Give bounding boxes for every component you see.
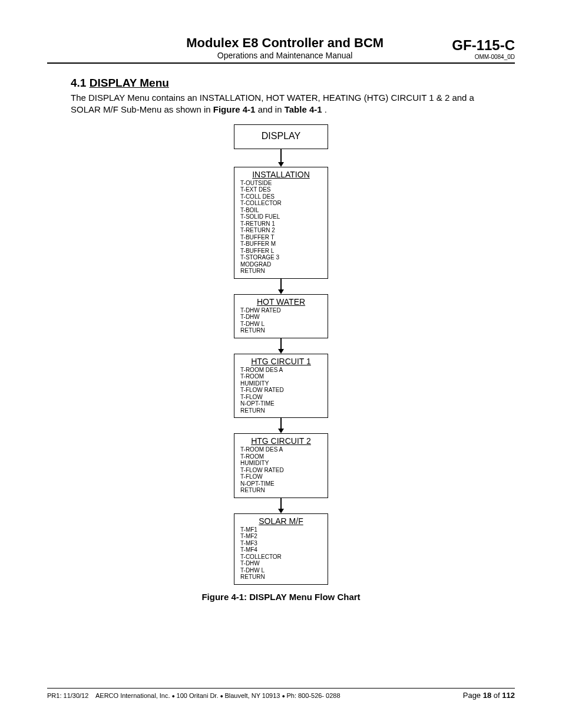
list-item: RETURN (240, 407, 322, 414)
footer-left: PR1: 11/30/12 AERCO International, Inc. … (47, 692, 340, 699)
section-heading: 4.1 DISPLAY Menu (71, 77, 515, 90)
body-text-mid: and in (258, 104, 285, 114)
list-item: T-DHW RATED (240, 307, 322, 314)
section-number: 4.1 (71, 77, 86, 89)
body-ref-2: Table 4-1 (285, 104, 322, 114)
arrow-icon (278, 279, 284, 294)
page-label: Page (463, 691, 481, 700)
bullet-icon: ● (172, 693, 177, 699)
footer-addr: 100 Oritani Dr. (177, 692, 219, 699)
section-body: The DISPLAY Menu contains an INSTALLATIO… (71, 92, 491, 116)
flow-box-items: T-MF1 T-MF2 T-MF3 T-MF4 T-COLLECTOR T-DH… (240, 526, 322, 581)
list-item: T-FLOW (240, 473, 322, 480)
list-item: T-MF1 (240, 526, 322, 533)
list-item: T-BOIL (240, 207, 322, 214)
page-total: 112 (502, 691, 515, 700)
list-item: T-BUFFER T (240, 234, 322, 241)
list-item: T-MF3 (240, 540, 322, 547)
flow-box-htg-circuit-1: HTG CIRCUIT 1 T-ROOM DES A T-ROOM HUMIDI… (234, 354, 328, 419)
page-header: Modulex E8 Controller and BCM Operations… (47, 35, 515, 64)
footer-phone: Ph: 800-526- 0288 (286, 692, 340, 699)
list-item: T-FLOW RATED (240, 387, 322, 394)
footer-pr: PR1: 11/30/12 (47, 692, 88, 699)
page-of: of (494, 691, 500, 700)
list-item: MODGRAD (240, 261, 322, 268)
list-item: N-OPT-TIME (240, 400, 322, 407)
doc-subtitle: Operations and Maintenance Manual (118, 51, 452, 60)
flow-box-hot-water: HOT WATER T-DHW RATED T-DHW T-DHW L RETU… (234, 294, 328, 338)
flowchart: DISPLAY INSTALLATION T-OUTSIDE T-EXT DES… (47, 124, 515, 602)
arrow-icon (278, 498, 284, 513)
list-item: HUMIDITY (240, 380, 322, 387)
footer-page: Page 18 of 112 (463, 691, 515, 700)
header-right: GF-115-C OMM-0084_0D (452, 37, 515, 60)
list-item: N-OPT-TIME (240, 480, 322, 487)
list-item: T-ROOM DES A (240, 367, 322, 374)
flow-box-installation: INSTALLATION T-OUTSIDE T-EXT DES T-COLL … (234, 167, 328, 279)
list-item: T-DHW L (240, 321, 322, 328)
page: Modulex E8 Controller and BCM Operations… (0, 0, 562, 728)
figure-caption: Figure 4-1: DISPLAY Menu Flow Chart (201, 592, 360, 602)
flow-box-items: T-OUTSIDE T-EXT DES T-COLL DES T-COLLECT… (240, 180, 322, 275)
doc-title: Modulex E8 Controller and BCM (118, 35, 452, 51)
list-item: T-ROOM (240, 453, 322, 460)
arrow-icon (278, 418, 284, 433)
list-item: HUMIDITY (240, 460, 322, 467)
list-item: RETURN (240, 574, 322, 581)
list-item: RETURN (240, 268, 322, 275)
footer-city: Blauvelt, NY 10913 (224, 692, 280, 699)
list-item: T-DHW (240, 560, 322, 567)
list-item: T-BUFFER M (240, 241, 322, 248)
flow-box-display: DISPLAY (234, 124, 328, 149)
list-item: T-DHW (240, 314, 322, 321)
flow-box-title: HTG CIRCUIT 1 (240, 357, 322, 366)
list-item: T-MF2 (240, 533, 322, 540)
list-item: T-EXT DES (240, 186, 322, 193)
list-item: T-COLLECTOR (240, 554, 322, 561)
arrow-icon (278, 338, 284, 354)
list-item: T-RETURN 2 (240, 227, 322, 234)
flow-box-items: T-ROOM DES A T-ROOM HUMIDITY T-FLOW RATE… (240, 446, 322, 494)
list-item: T-FLOW (240, 394, 322, 401)
list-item: T-OUTSIDE (240, 180, 322, 187)
list-item: RETURN (240, 487, 322, 494)
flow-box-items: T-DHW RATED T-DHW T-DHW L RETURN (240, 307, 322, 334)
list-item: T-ROOM (240, 373, 322, 380)
list-item: T-COLLECTOR (240, 200, 322, 207)
flow-box-items: T-ROOM DES A T-ROOM HUMIDITY T-FLOW RATE… (240, 367, 322, 414)
list-item: T-SOLID FUEL (240, 213, 322, 220)
body-ref-1: Figure 4-1 (213, 104, 256, 114)
page-current: 18 (483, 691, 491, 700)
doc-revision: OMM-0084_0D (452, 54, 515, 60)
footer-company: AERCO International, Inc. (95, 692, 170, 699)
page-footer: PR1: 11/30/12 AERCO International, Inc. … (47, 688, 515, 700)
flow-box-title: SOLAR M/F (240, 516, 322, 526)
list-item: T-MF4 (240, 546, 322, 554)
flow-box-title: HTG CIRCUIT 2 (240, 436, 322, 446)
header-center: Modulex E8 Controller and BCM Operations… (118, 35, 452, 60)
list-item: T-STORAGE 3 (240, 254, 322, 261)
flow-box-title: INSTALLATION (240, 170, 322, 179)
list-item: T-RETURN 1 (240, 220, 322, 228)
flow-box-title: HOT WATER (240, 297, 322, 307)
list-item: T-ROOM DES A (240, 446, 322, 453)
arrow-icon (278, 149, 284, 167)
flow-box-display-title: DISPLAY (240, 127, 322, 145)
list-item: T-FLOW RATED (240, 467, 322, 474)
section-title: DISPLAY Menu (90, 77, 169, 89)
list-item: T-COLL DES (240, 193, 322, 200)
list-item: T-DHW L (240, 567, 322, 574)
flow-box-htg-circuit-2: HTG CIRCUIT 2 T-ROOM DES A T-ROOM HUMIDI… (234, 433, 328, 498)
list-item: RETURN (240, 327, 322, 334)
flow-box-solar-mf: SOLAR M/F T-MF1 T-MF2 T-MF3 T-MF4 T-COLL… (234, 513, 328, 585)
doc-code: GF-115-C (452, 37, 515, 54)
body-text-end: . (325, 104, 327, 114)
list-item: T-BUFFER L (240, 248, 322, 255)
